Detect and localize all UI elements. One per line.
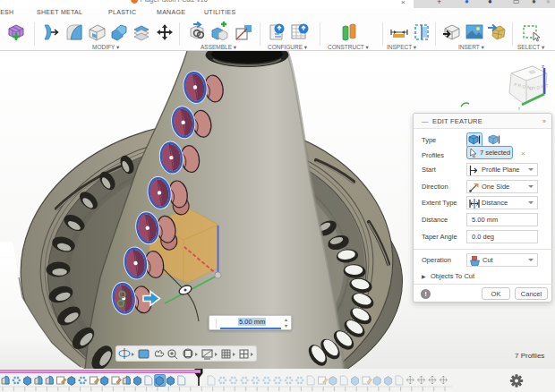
svg-text:r: r: [518, 106, 520, 111]
svg-text:z: z: [542, 64, 544, 69]
